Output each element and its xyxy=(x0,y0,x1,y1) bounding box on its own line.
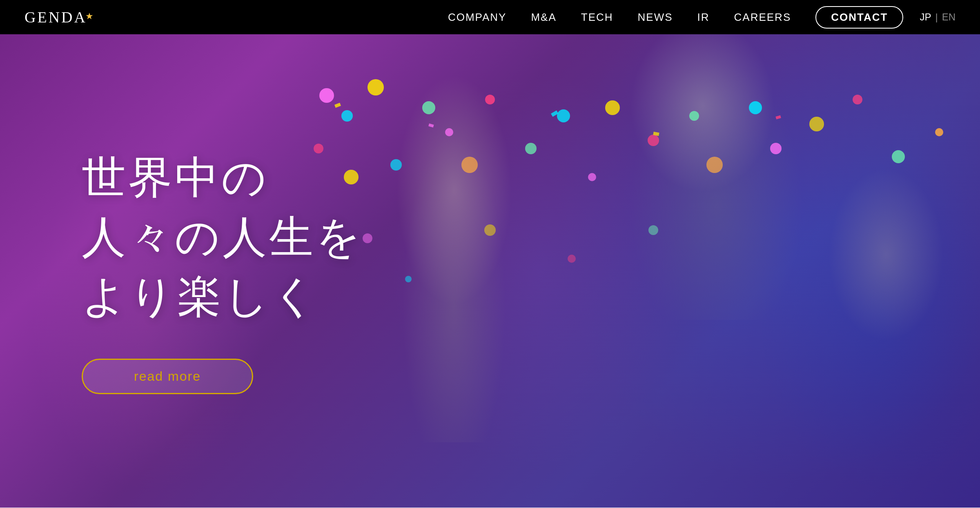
logo-area: GENDA★ xyxy=(24,8,95,26)
nav-contact-button[interactable]: CONTACT xyxy=(815,6,903,29)
lang-en-button[interactable]: EN xyxy=(942,11,956,23)
hero-title-line3: より楽しく xyxy=(82,271,319,321)
header: GENDA★ COMPANY M&A TECH NEWS IR CAREERS … xyxy=(0,0,980,34)
hero-title-line1: 世界中の xyxy=(82,153,269,202)
nav-ir[interactable]: IR xyxy=(697,11,710,24)
logo[interactable]: GENDA★ xyxy=(24,8,95,26)
logo-genda: GENDA xyxy=(24,9,87,26)
lang-jp-button[interactable]: JP xyxy=(920,11,931,23)
hero-section: 世界中の 人々の人生を より楽しく read more xyxy=(0,34,980,508)
nav-careers[interactable]: CAREERS xyxy=(734,11,791,24)
read-more-button[interactable]: read more xyxy=(82,359,253,394)
main-nav: COMPANY M&A TECH NEWS IR CAREERS CONTACT xyxy=(448,6,904,29)
hero-title: 世界中の 人々の人生を より楽しく xyxy=(82,148,980,326)
nav-company[interactable]: COMPANY xyxy=(448,11,507,24)
nav-ma[interactable]: M&A xyxy=(531,11,556,24)
hero-content: 世界中の 人々の人生を より楽しく read more xyxy=(0,34,980,508)
logo-star: ★ xyxy=(85,11,95,21)
nav-tech[interactable]: TECH xyxy=(581,11,613,24)
language-switcher: JP | EN xyxy=(920,11,956,23)
lang-divider: | xyxy=(935,11,938,23)
hero-title-line2: 人々の人生を xyxy=(82,212,363,262)
nav-news[interactable]: NEWS xyxy=(638,11,673,24)
